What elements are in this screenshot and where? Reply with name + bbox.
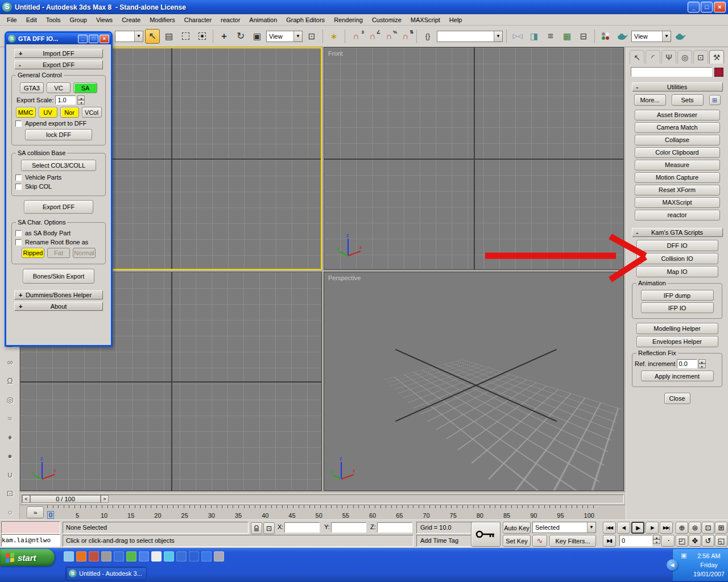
quicklaunch-icon[interactable] bbox=[139, 551, 149, 562]
about-rollout[interactable]: + About bbox=[14, 302, 103, 311]
menu-item[interactable]: Group bbox=[65, 15, 92, 24]
spinner-down-icon[interactable]: ▼ bbox=[77, 100, 85, 105]
viewport-perspective[interactable]: Perspective z x y bbox=[324, 272, 624, 491]
select-and-move-button[interactable]: + bbox=[217, 29, 231, 44]
frame-spinner[interactable]: ▲▼ bbox=[653, 535, 660, 544]
close-panel-button[interactable]: Close bbox=[664, 393, 690, 404]
percent-snap-button[interactable]: ∩% bbox=[382, 29, 396, 44]
reactor-tool-icon[interactable]: ≈ bbox=[3, 412, 17, 425]
select-and-rotate-button[interactable]: ↻ bbox=[233, 29, 248, 44]
quicklaunch-icon[interactable] bbox=[164, 551, 174, 562]
spinner-up-icon[interactable]: ▲ bbox=[698, 359, 706, 364]
use-center-button[interactable]: ⊡ bbox=[304, 29, 319, 44]
utility-button[interactable]: Measure bbox=[635, 160, 720, 171]
menu-item[interactable]: Edit bbox=[22, 15, 42, 24]
reactor-tool-icon[interactable]: ○ bbox=[3, 506, 17, 518]
normal-button[interactable]: Normal bbox=[73, 248, 96, 258]
maxscript-listener-field[interactable]: kam.lai@ntlwo bbox=[1, 534, 60, 547]
menu-item[interactable]: Create bbox=[117, 15, 145, 24]
utility-button[interactable]: Camera Match bbox=[635, 122, 720, 133]
quicklaunch-icon[interactable] bbox=[189, 551, 199, 562]
zoom-extents-all-button[interactable]: ⊞ bbox=[715, 522, 727, 534]
macro-recorder-field[interactable] bbox=[1, 521, 60, 534]
modelling-helper-button[interactable]: Modelling Helper bbox=[636, 323, 718, 334]
tab-hierarchy[interactable]: Ψ bbox=[661, 50, 676, 64]
quicklaunch-icon[interactable] bbox=[151, 551, 162, 562]
time-slider-track[interactable]: < 0 / 100 > bbox=[22, 494, 624, 504]
quicklaunch-icon[interactable] bbox=[101, 551, 111, 562]
taskbar-task-button[interactable]: S Untitled - Autodesk 3... bbox=[65, 567, 147, 580]
dialog-title-bar[interactable]: S GTA DFF IO... _ □ × bbox=[6, 33, 111, 44]
key-filters-button[interactable]: Key Filters... bbox=[549, 535, 596, 547]
utility-button[interactable]: Collapse bbox=[635, 135, 720, 146]
menu-item[interactable]: Animation bbox=[245, 15, 282, 24]
reference-coordinate-dropdown[interactable]: View ▼ bbox=[266, 31, 303, 42]
layer-manager-button[interactable]: ≡ bbox=[543, 29, 558, 44]
z-coordinate-field[interactable] bbox=[377, 522, 412, 533]
play-button[interactable]: ▶ bbox=[631, 522, 644, 534]
utilities-rollout-header[interactable]: - Utilities bbox=[632, 82, 723, 92]
nor-button[interactable]: Nor bbox=[60, 107, 79, 118]
utility-button[interactable]: reactor bbox=[635, 210, 720, 221]
vehicle-parts-checkbox[interactable] bbox=[15, 174, 22, 181]
uv-button[interactable]: UV bbox=[39, 107, 57, 118]
utility-button[interactable]: Motion Capture bbox=[635, 172, 720, 183]
named-selection-dropdown[interactable]: ▼ bbox=[437, 31, 503, 42]
dummies-bones-rollout[interactable]: + Dummies/Bones Helper bbox=[14, 290, 103, 300]
start-button[interactable]: start bbox=[0, 549, 55, 566]
import-dff-rollout[interactable]: + Import DFF bbox=[14, 49, 103, 58]
auto-key-button[interactable]: Auto Key bbox=[503, 522, 531, 534]
reactor-tool-icon[interactable]: ◎ bbox=[3, 393, 17, 406]
key-filter-dropdown[interactable]: Selected ▼ bbox=[532, 522, 596, 533]
menu-item[interactable]: Help bbox=[445, 15, 467, 24]
angle-snap-button[interactable]: ∩∠ bbox=[365, 29, 380, 44]
menu-item[interactable]: Customize bbox=[367, 15, 406, 24]
more-button[interactable]: More... bbox=[634, 94, 666, 106]
render-preset-dropdown[interactable]: View ▼ bbox=[631, 31, 671, 42]
utility-button[interactable]: Asset Browser bbox=[635, 110, 720, 120]
select-by-name-button[interactable]: ▤ bbox=[162, 29, 176, 44]
export-scale-spinner[interactable]: ▲▼ bbox=[77, 95, 85, 105]
ifp-dump-button[interactable]: IFP dump bbox=[641, 290, 714, 301]
menu-item[interactable]: Views bbox=[92, 15, 117, 24]
maximize-button[interactable]: □ bbox=[701, 2, 713, 13]
reactor-tool-icon[interactable]: Ω bbox=[3, 375, 17, 387]
undo-dropdown[interactable]: ▼ bbox=[115, 31, 143, 42]
quicklaunch-icon[interactable] bbox=[64, 551, 74, 562]
selection-lock-button[interactable] bbox=[251, 522, 262, 534]
ifp-io-button[interactable]: IFP IO bbox=[641, 302, 714, 313]
snaps-toggle-button[interactable]: ∩3 bbox=[349, 29, 363, 44]
x-coordinate-field[interactable] bbox=[284, 522, 320, 533]
quicklaunch-icon[interactable] bbox=[176, 551, 187, 562]
dialog-maximize-button[interactable]: □ bbox=[89, 35, 98, 43]
apply-increment-button[interactable]: Apply increment bbox=[641, 371, 714, 381]
reactor-tool-icon[interactable]: ∪ bbox=[3, 468, 17, 481]
rename-root-bone-checkbox[interactable] bbox=[15, 239, 22, 246]
menu-item[interactable]: reactor bbox=[216, 15, 245, 24]
curve-editor-button[interactable]: ▦ bbox=[560, 29, 574, 44]
utility-button[interactable]: Color Clipboard bbox=[635, 147, 720, 158]
select-and-scale-button[interactable]: ▣ bbox=[250, 29, 264, 44]
ref-increment-spinner[interactable]: ▲▼ bbox=[698, 359, 706, 368]
export-scale-field[interactable]: 1.0 bbox=[55, 95, 76, 105]
tab-create[interactable]: ↖ bbox=[630, 50, 644, 64]
fat-button[interactable]: Fat bbox=[47, 248, 70, 258]
time-configuration-button[interactable]: ◔ bbox=[661, 535, 675, 547]
render-scene-button[interactable] bbox=[615, 29, 630, 44]
lock-dff-button[interactable]: lock DFF bbox=[25, 129, 92, 140]
ripped-button[interactable]: Ripped bbox=[22, 248, 44, 258]
tab-utilities[interactable]: ⚒ bbox=[709, 50, 724, 64]
spinner-snap-button[interactable]: ∩⇅ bbox=[398, 29, 413, 44]
set-key-button[interactable]: Set Key bbox=[503, 535, 531, 547]
spinner-down-icon[interactable]: ▼ bbox=[698, 364, 706, 368]
selection-filter-button[interactable] bbox=[195, 29, 209, 44]
quick-render-button[interactable] bbox=[673, 29, 688, 44]
sa-body-part-checkbox[interactable] bbox=[15, 230, 22, 236]
zoom-extents-button[interactable]: ⊡ bbox=[702, 522, 714, 534]
align-button[interactable]: ◨ bbox=[527, 29, 541, 44]
configure-button-sets-icon[interactable]: ⊞ bbox=[709, 95, 721, 105]
arc-rotate-button[interactable]: ↺ bbox=[702, 535, 714, 547]
tab-display[interactable]: ⊡ bbox=[693, 50, 708, 64]
quicklaunch-icon[interactable] bbox=[201, 551, 212, 562]
quicklaunch-icon[interactable] bbox=[76, 551, 86, 562]
